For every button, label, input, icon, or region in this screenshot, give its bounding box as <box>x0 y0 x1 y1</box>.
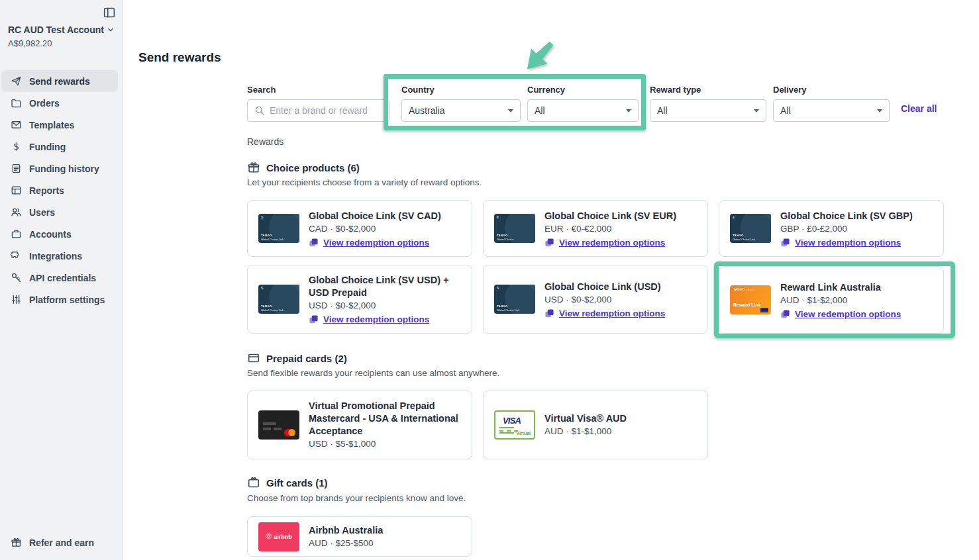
reward-card-global-choice-link-sv-eur[interactable]: € TANGO Global Choice Global Choice Link… <box>483 200 708 257</box>
delivery-label: Delivery <box>773 85 890 95</box>
reward-card-airbnb-australia[interactable]: ⓐ airbnb Airbnb Australia AUD · $25-$500 <box>247 516 472 557</box>
card-title: Global Choice Link (USD) <box>544 281 665 293</box>
card-title: Reward Link Australia <box>780 281 901 294</box>
currency-value: All <box>535 105 545 116</box>
sliders-icon <box>11 294 22 305</box>
reward-type-select[interactable]: All <box>650 99 766 122</box>
annotation-arrow-icon <box>523 37 557 74</box>
reward-card-global-choice-link-sv-gbp[interactable]: £ TANGO Global Choice Link Global Choice… <box>719 200 944 257</box>
receipt-icon <box>11 163 22 174</box>
chevron-down-icon <box>754 109 759 113</box>
card-art: ⓐ airbnb <box>258 522 299 551</box>
card-range: USD · $5-$1,000 <box>309 438 461 450</box>
mastercard-logo <box>284 429 291 436</box>
section-header-choice-products: Choice products (6) <box>247 161 360 174</box>
sidebar-item-funding[interactable]: $ Funding <box>1 136 118 158</box>
card-range: GBP · £0-£2,000 <box>780 223 913 235</box>
view-redemption-options-link[interactable]: View redemption options <box>559 238 665 248</box>
card-range: AUD · $1-$2,000 <box>780 295 901 306</box>
country-value: Australia <box>409 105 444 116</box>
australia-flag <box>760 308 768 312</box>
sidebar-item-orders[interactable]: Orders <box>1 92 118 114</box>
svg-text:$: $ <box>13 141 19 152</box>
view-redemption-options-link[interactable]: View redemption options <box>795 309 901 319</box>
search-icon <box>254 105 265 116</box>
reward-card-global-choice-link-sv-usd-prepaid[interactable]: $ TANGO Global Choice Link Global Choice… <box>247 265 472 334</box>
envelope-icon <box>11 119 22 130</box>
reward-card-virtual-promotional-prepaid-mastercard[interactable]: Virtual Promotional Prepaid Mastercard -… <box>247 391 472 459</box>
currency-select[interactable]: All <box>527 99 639 122</box>
redemption-options-icon <box>309 314 319 324</box>
card-range: USD · $0-$2,000 <box>544 294 665 306</box>
sidebar-item-refer-and-earn[interactable]: Refer and earn <box>1 532 118 553</box>
gift-icon <box>11 537 22 548</box>
sidebar-item-api-credentials[interactable]: API credentials <box>1 267 118 289</box>
sidebar-item-templates[interactable]: Templates <box>1 114 118 136</box>
card-art: € TANGO Global Choice <box>494 214 535 243</box>
view-redemption-options-link[interactable]: View redemption options <box>323 314 429 324</box>
clear-all-button[interactable]: Clear all <box>901 103 937 114</box>
view-redemption-options-link[interactable]: View redemption options <box>795 238 901 248</box>
users-icon <box>11 207 22 218</box>
section-header-gift-cards: Gift cards (1) <box>247 476 328 489</box>
folder-icon <box>11 97 22 109</box>
sidebar-nav: Send rewards Orders Templates $ Funding … <box>0 70 123 310</box>
credit-card-icon <box>247 351 260 365</box>
collapse-sidebar-icon[interactable] <box>103 6 116 19</box>
view-redemption-options-link[interactable]: View redemption options <box>323 238 429 248</box>
currency-label: Currency <box>527 85 639 95</box>
delivery-select[interactable]: All <box>773 99 890 122</box>
reward-card-virtual-visa-aud[interactable]: VISA Virtual Virtual Visa® AUD AUD · $1-… <box>483 391 708 459</box>
card-art: $ TANGO Global Choice Link <box>258 285 299 314</box>
card-title: Virtual Visa® AUD <box>544 412 627 425</box>
section-header-prepaid-cards: Prepaid cards (2) <box>247 351 347 365</box>
card-range: CAD · $0-$2,000 <box>309 223 441 235</box>
section-title: Choice products (6) <box>266 162 360 173</box>
reward-card-global-choice-link-usd[interactable]: $ TANGO Global Choice Link Global Choice… <box>483 265 708 334</box>
table-icon <box>11 185 22 196</box>
section-subtitle: Let your recipients choose from a variet… <box>247 177 482 187</box>
section-subtitle: Send flexible rewards your recipients ca… <box>247 368 499 378</box>
search-filter: Search <box>247 85 389 122</box>
card-range: AUD · $1-$1,000 <box>544 426 627 438</box>
card-range: EUR · €0-€2,000 <box>544 223 676 235</box>
page-title: Send rewards <box>138 50 221 65</box>
card-title: Airbnb Australia <box>309 524 383 537</box>
card-title: Global Choice Link (SV GBP) <box>780 210 913 222</box>
reward-type-value: All <box>657 105 668 116</box>
view-redemption-options-link[interactable]: View redemption options <box>559 308 665 318</box>
dollar-icon: $ <box>11 141 22 152</box>
puzzle-icon <box>11 250 22 261</box>
sidebar-item-send-rewards[interactable]: Send rewards <box>1 70 118 92</box>
card-art <box>258 410 299 440</box>
reward-card-reward-link-australia[interactable]: TANGO Choice Reward Link Reward Link Aus… <box>719 266 944 334</box>
chevron-down-icon <box>508 109 513 113</box>
redemption-options-icon <box>309 238 319 248</box>
rewards-label: Rewards <box>247 136 283 147</box>
gift-card-icon <box>247 476 260 489</box>
sidebar-item-users[interactable]: Users <box>1 201 118 223</box>
airbnb-logo-icon: ⓐ <box>266 532 272 541</box>
country-filter: Country Australia <box>401 85 521 122</box>
search-input[interactable] <box>270 105 382 116</box>
card-title: Global Choice Link (SV EUR) <box>544 210 676 222</box>
sidebar-item-funding-history[interactable]: Funding history <box>1 158 118 179</box>
country-select[interactable]: Australia <box>401 99 521 122</box>
card-art: TANGO Choice Reward Link <box>730 285 771 314</box>
key-icon <box>11 272 22 283</box>
sidebar-item-platform-settings[interactable]: Platform settings <box>1 289 118 310</box>
section-subtitle: Choose from top brands your recipients k… <box>247 493 466 503</box>
account-switcher[interactable]: RC AUD Test Account <box>8 24 114 35</box>
section-title: Gift cards (1) <box>266 477 328 489</box>
redemption-options-icon <box>544 238 554 248</box>
currency-filter: Currency All <box>527 85 639 122</box>
sidebar-item-reports[interactable]: Reports <box>1 179 118 201</box>
card-art: $ TANGO Global Choice Link <box>494 285 535 314</box>
reward-type-label: Reward type <box>650 85 766 95</box>
paper-plane-icon <box>11 75 22 87</box>
sidebar-item-integrations[interactable]: Integrations <box>1 245 118 267</box>
reward-card-global-choice-link-sv-cad[interactable]: $ TANGO Global Choice Link Global Choice… <box>247 200 472 257</box>
card-art: VISA Virtual <box>494 410 535 440</box>
sidebar-item-accounts[interactable]: Accounts <box>1 223 118 245</box>
briefcase-icon <box>11 228 22 240</box>
